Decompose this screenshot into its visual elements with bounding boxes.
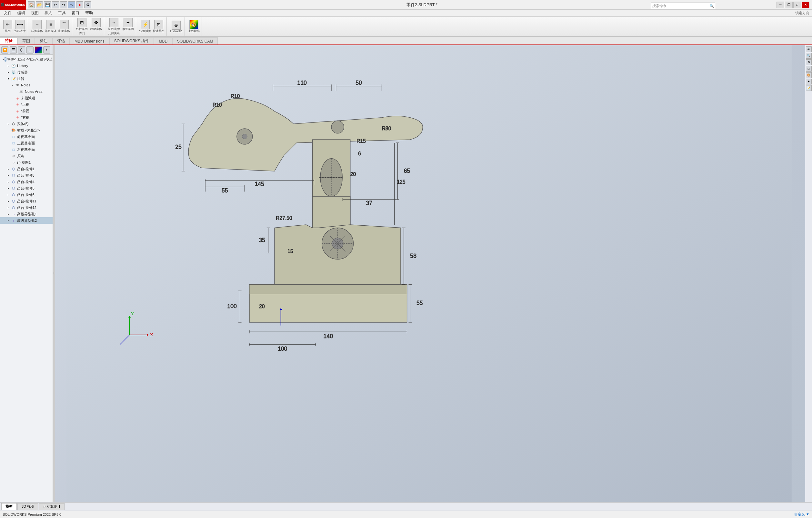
move-entity-btn[interactable]: ✥ 移动实体	[90, 18, 103, 36]
tree-item-unassigned[interactable]: ◈ 未指派项	[0, 95, 53, 101]
smart-dim-btn[interactable]: ⟷ 智能尺寸	[13, 19, 26, 34]
rt-view-btn[interactable]: 👁	[806, 47, 812, 52]
quick-snap-btn[interactable]: ⚡ 快速捕捉	[139, 19, 152, 34]
tab-mbd-dimensions[interactable]: MBD Dimensions	[70, 37, 109, 44]
rt-note-btn[interactable]: 📝	[806, 85, 812, 91]
tree-item-hole1[interactable]: ▸ ⬦ 高级异型孔1	[0, 211, 53, 217]
menu-edit[interactable]: 编辑	[15, 10, 28, 17]
menu-view[interactable]: 视图	[28, 10, 41, 17]
tree-item-hole2[interactable]: ▸ ⬦ 高级异型孔2	[0, 217, 53, 224]
tree-item-right-view[interactable]: ◈ *右视	[0, 114, 53, 121]
tab-sw-cam[interactable]: SOLIDWORKS CAM	[172, 37, 218, 44]
new-btn[interactable]: 🏠	[28, 1, 35, 8]
rebuild-btn[interactable]: ●	[76, 1, 83, 8]
offset-entity-btn[interactable]: ≡ 等距实体	[44, 19, 57, 34]
tree-item-top-plane[interactable]: □ 上视基准面	[0, 140, 53, 146]
options-btn[interactable]: ⚙	[84, 1, 91, 8]
save-btn[interactable]: 💾	[44, 1, 51, 8]
tree-item-material[interactable]: 🎨 材质 <未指定>	[0, 127, 53, 133]
hole1-icon: ⬦	[11, 211, 16, 217]
sketch-tool-btn[interactable]: ✏ 草图	[3, 19, 13, 34]
move-label: 移动实体	[90, 27, 102, 31]
tree-item-extrude3[interactable]: ▸ ⬡ 凸台-拉伸3	[0, 172, 53, 179]
restore-button[interactable]: ❐	[785, 2, 793, 8]
tree-item-solid[interactable]: ▸ ⬡ 实体(5)	[0, 121, 53, 127]
tree-item-sketch1[interactable]: ○ (-) 草图1	[0, 159, 53, 166]
tree-item-extrude1[interactable]: ▸ ⬡ 凸台-拉伸1	[0, 166, 53, 172]
tree-item-right-plane[interactable]: □ 右视基准面	[0, 146, 53, 153]
status-text: SOLIDWORKS Premium 2022 SP5.0	[3, 513, 61, 516]
minimize-button[interactable]: ─	[777, 2, 784, 8]
tree-item-notes[interactable]: ▾ 2D Notes	[0, 82, 53, 88]
extrude5-icon: ⬡	[11, 186, 16, 191]
surface-icon: ⌒	[60, 20, 69, 29]
linear-pattern-btn[interactable]: ⊞ 线性草图阵列	[75, 18, 89, 36]
tree-item-extrude6[interactable]: ▸ ⬡ 凸台-拉伸6	[0, 191, 53, 198]
repair-icon: ✦	[123, 18, 133, 27]
panel-resize-handle[interactable]: ⋮	[53, 45, 55, 502]
tab-markup[interactable]: 标注	[35, 37, 52, 44]
tree-item-sensor[interactable]: ▸ 📡 传感器	[0, 69, 53, 75]
extrude12-expand-icon: ▸	[6, 206, 10, 210]
tree-item-extrude5[interactable]: ▸ ⬡ 凸台-拉伸5	[0, 185, 53, 191]
search-bar[interactable]: 🔍	[651, 3, 715, 9]
tree-item-top-view[interactable]: ◈ *上视	[0, 101, 53, 108]
surface-btn[interactable]: ⌒ 曲面实体	[58, 19, 71, 34]
tree-item-annotation[interactable]: ▾ 📝 注解	[0, 75, 53, 82]
rt-custom-btn[interactable]: ✦	[806, 79, 812, 85]
solid-label: 实体(5)	[17, 122, 28, 126]
fm-filter-btn[interactable]: 🔽	[1, 47, 8, 54]
menu-tools[interactable]: 工具	[56, 10, 68, 17]
select-btn[interactable]: ↖	[68, 1, 75, 8]
rt-appear-btn[interactable]: 🎨	[806, 72, 812, 78]
bottom-tab-model[interactable]: 模型	[1, 503, 17, 510]
menu-help[interactable]: 帮助	[83, 10, 95, 17]
fm-chevron-btn[interactable]: ›	[43, 47, 50, 54]
tree-item-front-view[interactable]: ◈ *前视	[0, 108, 53, 114]
tree-item-origin[interactable]: ⊕ 原点	[0, 153, 53, 159]
tab-sketch[interactable]: 草图	[18, 37, 35, 44]
tree-item-history[interactable]: ▸ 🕐 History	[0, 63, 53, 69]
bottom-tab-3dview[interactable]: 3D 视图	[18, 503, 38, 510]
feature-tree: ▾ P 零件2 (默认) <<默认>_显示状态 ▸ 🕐 History ▸ 📡 …	[0, 55, 53, 225]
tab-sw-plugins[interactable]: SOLIDWORKS 插件	[109, 37, 154, 44]
fm-list-btn[interactable]: ☰	[10, 47, 17, 54]
rt-display-btn[interactable]: □	[806, 66, 812, 71]
tree-item-notes-area[interactable]: 2D Notes Area	[0, 88, 53, 95]
sensor-icon: 📡	[11, 70, 16, 75]
repair-sketch-btn[interactable]: ✦ 修复草图	[122, 18, 135, 36]
close-button[interactable]: ✕	[802, 2, 809, 8]
fm-appearance-btn[interactable]	[35, 47, 42, 54]
fm-display-btn[interactable]: ⊕	[26, 47, 33, 54]
color-outline-btn[interactable]: 🎨 上色轮廓	[187, 19, 200, 34]
rapid-sketch-btn[interactable]: ⊡ 快速草图	[152, 19, 165, 34]
search-input[interactable]	[651, 4, 708, 8]
maximize-button[interactable]: □	[793, 2, 801, 8]
menu-insert[interactable]: 插入	[42, 10, 55, 17]
redo-btn[interactable]: ↪	[60, 1, 67, 8]
undo-btn[interactable]: ↩	[52, 1, 59, 8]
tree-item-extrude12[interactable]: ▸ ⬡ 凸台-拉伸12	[0, 204, 53, 211]
instant2d-btn[interactable]: ⊕ Instant2D	[169, 20, 183, 33]
show-relation-btn[interactable]: ↔ 显示/删除几何关系	[107, 18, 121, 36]
rt-search-btn[interactable]: 🔍	[806, 53, 812, 59]
convert-entity-btn[interactable]: → 转换实体	[31, 19, 44, 34]
open-btn[interactable]: 📂	[36, 1, 43, 8]
tab-evaluate[interactable]: 评估	[52, 37, 70, 44]
bottom-tab-motion[interactable]: 运动算例 1	[39, 503, 64, 510]
tree-item-front-plane[interactable]: □ 前视基准面	[0, 133, 53, 140]
menu-file[interactable]: 文件	[1, 10, 14, 17]
fm-solidbody-btn[interactable]: ⬡	[18, 47, 25, 54]
right-view-icon: ◈	[15, 115, 20, 120]
customize-text[interactable]: 自定义 ▼	[794, 512, 809, 517]
tab-mbd[interactable]: MBD	[154, 37, 172, 44]
menu-window[interactable]: 窗口	[69, 10, 82, 17]
tree-item-extrude11[interactable]: ▸ ⬡ 凸台-拉伸11	[0, 198, 53, 204]
sketch-icon: ✏	[3, 20, 12, 29]
rt-config-btn[interactable]: ⚙	[806, 59, 812, 65]
svg-rect-16	[250, 285, 407, 294]
tab-feature[interactable]: 特征	[0, 37, 18, 44]
tree-item-extrude4[interactable]: ▸ ⬡ 凸台-拉伸4	[0, 179, 53, 185]
3d-viewport[interactable]: 110 50 25 145 55 R10 R10	[53, 45, 805, 502]
tree-root[interactable]: ▾ P 零件2 (默认) <<默认>_显示状态	[0, 56, 53, 63]
